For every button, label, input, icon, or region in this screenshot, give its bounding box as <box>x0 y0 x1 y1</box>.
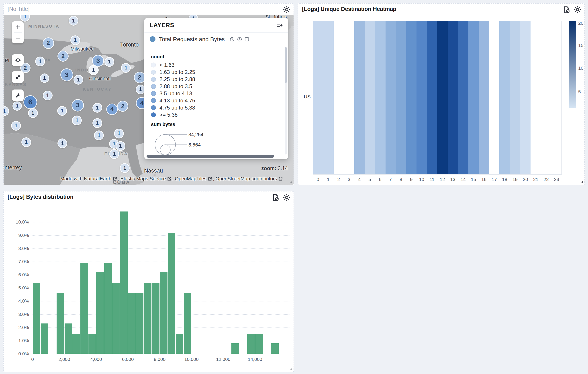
histogram-bar[interactable] <box>231 343 239 354</box>
heatmap-cell[interactable] <box>427 21 437 174</box>
heatmap-cell[interactable] <box>437 21 448 174</box>
map-cluster[interactable]: 1 <box>43 91 52 100</box>
heatmap-cell[interactable] <box>365 21 375 174</box>
map-cluster[interactable]: 1 <box>105 57 114 67</box>
resize-handle[interactable] <box>288 366 293 371</box>
map-cluster[interactable]: 1 <box>93 118 102 128</box>
heatmap-cell[interactable] <box>406 21 417 174</box>
histogram-bar[interactable] <box>255 334 263 354</box>
gear-icon[interactable] <box>283 5 291 14</box>
panel-title-map[interactable]: [No Title] <box>8 6 30 12</box>
histogram-bar[interactable] <box>128 293 136 354</box>
map-cluster[interactable]: 1 <box>40 73 49 83</box>
map-cluster[interactable]: 6 <box>23 95 37 109</box>
map-cluster[interactable]: 1 <box>57 106 67 116</box>
map-cluster[interactable]: 1 <box>70 35 80 45</box>
map-cluster[interactable]: 1 <box>12 101 22 111</box>
layer-time-icon[interactable] <box>237 37 242 42</box>
resize-handle[interactable] <box>288 179 293 184</box>
heatmap-cell[interactable] <box>531 21 541 174</box>
map-cluster[interactable]: 1 <box>21 137 31 147</box>
attribution-link[interactable]: Elastic Maps Service <box>120 176 166 182</box>
map-cluster[interactable]: 1 <box>20 15 30 21</box>
map-cluster[interactable]: 1 <box>88 65 99 75</box>
zoom-in-button[interactable] <box>12 21 24 32</box>
map-cluster[interactable]: 1 <box>136 85 146 94</box>
heatmap-cell[interactable] <box>510 21 520 174</box>
heatmap-cell[interactable] <box>344 21 355 174</box>
heatmap-cell[interactable] <box>396 21 406 174</box>
map-cluster[interactable]: 1 <box>72 115 82 125</box>
heatmap-cell[interactable] <box>375 21 386 174</box>
heatmap-cell[interactable] <box>313 21 323 174</box>
map-cluster[interactable]: 1 <box>120 163 130 173</box>
histogram-bar[interactable] <box>80 263 88 354</box>
layer-row[interactable]: Total Requests and Bytes <box>144 32 288 46</box>
attribution-link[interactable]: OpenMapTiles <box>175 176 207 182</box>
map-cluster[interactable]: 1 <box>11 121 21 131</box>
map-cluster[interactable]: 1 <box>94 130 104 140</box>
collapse-layers-icon[interactable] <box>275 21 284 30</box>
file-check-icon[interactable] <box>562 5 571 14</box>
map-cluster[interactable]: 2 <box>57 51 69 62</box>
heatmap-cell[interactable] <box>458 21 468 174</box>
file-check-icon[interactable] <box>271 193 280 202</box>
resize-handle[interactable] <box>579 179 583 184</box>
panel-title-bytes[interactable]: [Logs] Bytes distribution <box>8 194 74 200</box>
fit-to-bounds-button[interactable] <box>12 71 24 83</box>
layer-checkbox-icon[interactable] <box>244 37 250 42</box>
map-cluster[interactable]: 3 <box>72 99 84 112</box>
vertical-scrollbar[interactable] <box>285 47 287 155</box>
heatmap-cell[interactable] <box>334 21 344 174</box>
map-cluster[interactable]: 1 <box>116 141 126 151</box>
heatmap-cell[interactable] <box>386 21 396 174</box>
histogram-bar[interactable] <box>112 283 120 354</box>
map-cluster[interactable]: 2 <box>134 72 146 83</box>
map-cluster[interactable]: 1 <box>35 57 45 66</box>
histogram-bar[interactable] <box>247 334 255 354</box>
heatmap-cell[interactable] <box>468 21 479 174</box>
map-cluster[interactable]: 3 <box>60 68 73 81</box>
map-cluster[interactable]: 4 <box>106 104 118 115</box>
vertical-scrollbar-thumb[interactable] <box>285 47 287 83</box>
heatmap-cell[interactable] <box>417 21 427 174</box>
attribution-link[interactable]: NaturalEarth <box>84 176 112 182</box>
heatmap-cell[interactable] <box>551 21 562 174</box>
histogram-bar[interactable] <box>184 293 191 354</box>
heatmap-cell[interactable] <box>323 21 334 174</box>
attribution-link[interactable]: OpenStreetMap contributors <box>215 176 277 182</box>
map-cluster[interactable]: 2 <box>42 37 54 49</box>
histogram-bar[interactable] <box>65 323 72 354</box>
panel-title-heatmap[interactable]: [Logs] Unique Destination Heatmap <box>302 6 397 12</box>
histogram-bar[interactable] <box>41 323 48 354</box>
histogram-bar[interactable] <box>57 293 64 354</box>
map-cluster[interactable]: 1 <box>69 16 78 26</box>
histogram-bar[interactable] <box>168 233 176 354</box>
heatmap-cell[interactable] <box>448 21 458 174</box>
map-cluster[interactable]: 1 <box>121 63 131 73</box>
heatmap-cell[interactable] <box>541 21 551 174</box>
set-view-button[interactable] <box>12 54 24 66</box>
map-cluster[interactable]: 1 <box>74 75 83 85</box>
map-cluster[interactable]: 1 <box>93 103 102 113</box>
map-cluster[interactable]: 1 <box>57 138 67 148</box>
histogram-bar[interactable] <box>72 334 80 354</box>
histogram-bar[interactable] <box>120 211 128 354</box>
map-cluster[interactable]: 1 <box>109 149 119 159</box>
histogram-bar[interactable] <box>152 283 159 354</box>
heatmap-cell[interactable] <box>479 21 489 174</box>
histogram-bar[interactable] <box>88 334 96 354</box>
map-cluster[interactable]: 1 <box>4 106 9 116</box>
heatmap-cell[interactable] <box>354 21 365 174</box>
histogram-bar[interactable] <box>144 283 152 354</box>
heatmap-cell[interactable] <box>489 21 500 174</box>
histogram-bar[interactable] <box>136 293 144 354</box>
histogram-bar[interactable] <box>160 272 168 354</box>
map-cluster[interactable]: 1 <box>28 108 38 118</box>
map-cluster[interactable]: 2 <box>117 101 128 112</box>
heatmap-cell[interactable] <box>520 21 531 174</box>
gear-icon[interactable] <box>573 5 582 14</box>
horizontal-scrollbar[interactable] <box>147 155 274 158</box>
draw-tools-button[interactable] <box>12 90 24 101</box>
gear-icon[interactable] <box>283 193 291 202</box>
